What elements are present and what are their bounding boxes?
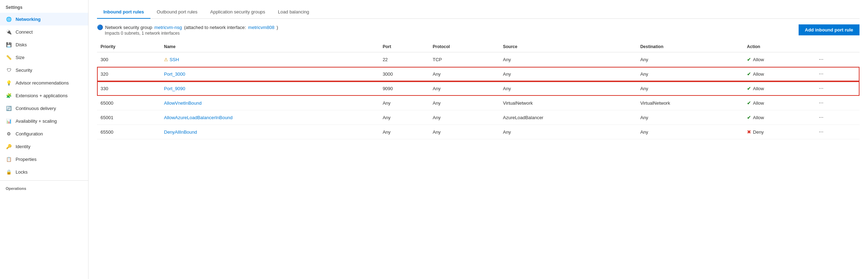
- tab-inbound[interactable]: Inbound port rules: [97, 6, 150, 19]
- nsg-info-row: 🔵 Network security group metricvm-nsg (a…: [97, 24, 278, 30]
- rule-name-link[interactable]: Port_9090: [164, 86, 185, 91]
- sidebar-item-properties[interactable]: 📋 Properties: [0, 153, 88, 165]
- cell-more: ···: [813, 110, 860, 125]
- cell-priority: 65000: [97, 96, 160, 110]
- sidebar-item-configuration[interactable]: ⚙ Configuration: [0, 127, 88, 140]
- sidebar-item-extensions[interactable]: 🧩 Extensions + applications: [0, 89, 88, 102]
- sidebar-item-locks[interactable]: 🔒 Locks: [0, 165, 88, 178]
- rule-name-link[interactable]: Port_3000: [164, 71, 185, 77]
- connect-icon: 🔌: [6, 29, 12, 35]
- col-header-more: [813, 41, 860, 52]
- allow-icon: ✔: [747, 115, 751, 120]
- disks-icon: 💾: [6, 41, 12, 48]
- action-cell: ✔ Allow: [747, 57, 810, 62]
- rule-name-link[interactable]: DenyAllInBound: [164, 129, 197, 135]
- nsg-bar: 🔵 Network security group metricvm-nsg (a…: [97, 24, 860, 36]
- col-header-protocol: Protocol: [429, 41, 499, 52]
- deny-icon: ✖: [747, 129, 751, 135]
- sidebar-item-label: Security: [16, 68, 32, 73]
- sidebar-item-security[interactable]: 🛡 Security: [0, 64, 88, 76]
- sidebar-item-connect[interactable]: 🔌 Connect: [0, 25, 88, 38]
- sidebar-item-label: Continuous delivery: [16, 106, 56, 111]
- cell-source: Any: [499, 125, 637, 139]
- cell-name: Port_3000: [160, 67, 379, 81]
- col-header-destination: Destination: [637, 41, 743, 52]
- cell-priority: 320: [97, 67, 160, 81]
- cell-action: ✔ Allow: [743, 110, 813, 125]
- cell-destination: VirtualNetwork: [637, 96, 743, 110]
- sidebar-item-continuous[interactable]: 🔄 Continuous delivery: [0, 102, 88, 115]
- nsg-shield-icon: 🔵: [97, 24, 103, 30]
- cell-protocol: Any: [429, 110, 499, 125]
- col-header-port: Port: [379, 41, 429, 52]
- nsg-middle-text: (attached to network interface:: [184, 25, 246, 30]
- allow-icon: ✔: [747, 100, 751, 106]
- rule-name-link[interactable]: AllowAzureLoadBalancerInBound: [164, 115, 233, 120]
- cell-port: 3000: [379, 67, 429, 81]
- operations-label: Operations: [0, 183, 88, 192]
- cell-port: Any: [379, 96, 429, 110]
- allow-icon: ✔: [747, 57, 751, 62]
- table-row: 300 ⚠ SSH 22 TCP Any Any ✔ Allow ···: [97, 52, 860, 67]
- cell-protocol: Any: [429, 81, 499, 96]
- cell-more: ···: [813, 81, 860, 96]
- cell-destination: Any: [637, 125, 743, 139]
- nsg-name-link[interactable]: metricvm-nsg: [154, 25, 182, 30]
- table-header-row: Priority Name Port Protocol Source Desti…: [97, 41, 860, 52]
- cell-port: 9090: [379, 81, 429, 96]
- col-header-priority: Priority: [97, 41, 160, 52]
- settings-label: Settings: [0, 0, 88, 13]
- cell-name: DenyAllInBound: [160, 125, 379, 139]
- add-inbound-rule-button[interactable]: Add inbound port rule: [799, 24, 860, 35]
- cell-protocol: Any: [429, 67, 499, 81]
- availability-icon: 📊: [6, 118, 12, 124]
- col-header-action: Action: [743, 41, 813, 52]
- cell-protocol: Any: [429, 125, 499, 139]
- tab-appsg[interactable]: Application security groups: [204, 6, 272, 19]
- row-more-button[interactable]: ···: [817, 114, 826, 121]
- cell-port: Any: [379, 110, 429, 125]
- main-content: Inbound port rules Outbound port rules A…: [88, 0, 868, 279]
- cell-more: ···: [813, 67, 860, 81]
- cell-destination: Any: [637, 52, 743, 67]
- nsg-impacts: Impacts 0 subnets, 1 network interfaces: [105, 31, 278, 36]
- cell-more: ···: [813, 125, 860, 139]
- cell-port: 22: [379, 52, 429, 67]
- cell-more: ···: [813, 96, 860, 110]
- identity-icon: 🔑: [6, 143, 12, 150]
- cell-priority: 300: [97, 52, 160, 67]
- cell-action: ✔ Allow: [743, 96, 813, 110]
- properties-icon: 📋: [6, 156, 12, 162]
- tab-loadbalancing[interactable]: Load balancing: [272, 6, 315, 19]
- sidebar-item-advisor[interactable]: 💡 Advisor recommendations: [0, 76, 88, 89]
- row-more-button[interactable]: ···: [817, 85, 826, 92]
- sidebar-item-size[interactable]: 📏 Size: [0, 51, 88, 64]
- sidebar-divider: [0, 180, 88, 181]
- sidebar-item-label: Identity: [16, 144, 30, 149]
- table-row: 65500 DenyAllInBound Any Any Any Any ✖ D…: [97, 125, 860, 139]
- action-cell: ✔ Allow: [747, 115, 810, 120]
- row-more-button[interactable]: ···: [817, 99, 826, 107]
- sidebar-item-identity[interactable]: 🔑 Identity: [0, 140, 88, 153]
- col-header-source: Source: [499, 41, 637, 52]
- sidebar-item-availability[interactable]: 📊 Availability + scaling: [0, 115, 88, 127]
- rule-name-link[interactable]: SSH: [170, 57, 179, 62]
- sidebar-item-label: Disks: [16, 42, 27, 47]
- sidebar-item-networking[interactable]: 🌐 Networking: [0, 13, 88, 25]
- cell-name: AllowAzureLoadBalancerInBound: [160, 110, 379, 125]
- row-more-button[interactable]: ···: [817, 128, 826, 136]
- sidebar-item-label: Properties: [16, 157, 36, 162]
- sidebar-item-label: Connect: [16, 29, 33, 35]
- sidebar-item-disks[interactable]: 💾 Disks: [0, 38, 88, 51]
- col-header-name: Name: [160, 41, 379, 52]
- row-more-button[interactable]: ···: [817, 70, 826, 78]
- sidebar-item-label: Extensions + applications: [16, 93, 68, 98]
- nsg-interface-link[interactable]: metricvm808: [248, 25, 274, 30]
- tab-outbound[interactable]: Outbound port rules: [150, 6, 204, 19]
- row-more-button[interactable]: ···: [817, 56, 826, 63]
- cell-protocol: TCP: [429, 52, 499, 67]
- rule-name-link[interactable]: AllowVnetInBound: [164, 100, 201, 106]
- cell-priority: 65500: [97, 125, 160, 139]
- extensions-icon: 🧩: [6, 92, 12, 99]
- networking-icon: 🌐: [6, 16, 12, 22]
